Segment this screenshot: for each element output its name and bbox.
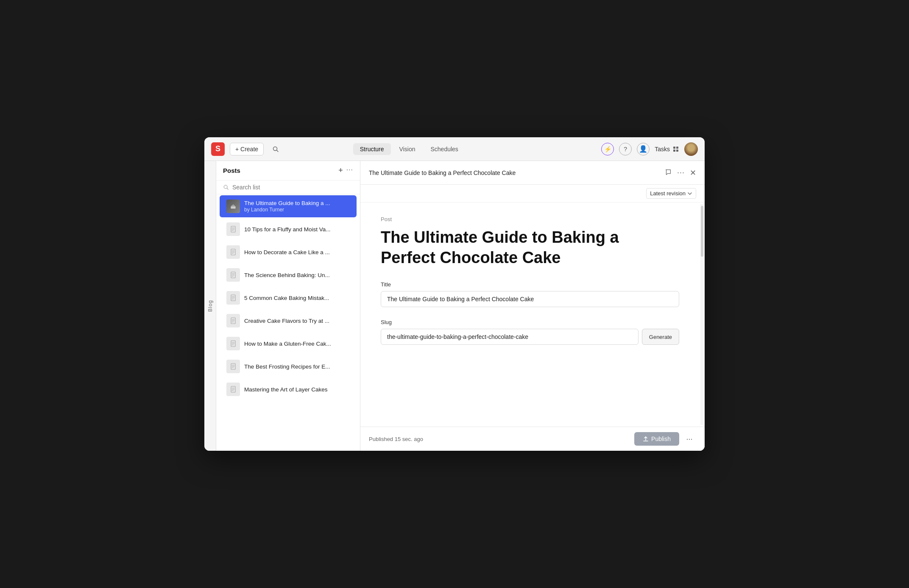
item-content: The Ultimate Guide to Baking a ... by La…	[244, 200, 350, 213]
main-area: Blog Posts + ···	[204, 161, 705, 451]
search-icon	[272, 146, 279, 153]
person-icon-button[interactable]: 👤	[637, 143, 650, 155]
sidebar-label-text: Blog	[207, 300, 213, 312]
item-content: Creative Cake Flavors to Try at ...	[244, 318, 350, 324]
slug-field-input[interactable]	[381, 329, 639, 345]
item-title: The Best Frosting Recipes for E...	[244, 363, 350, 370]
slug-field-label: Slug	[381, 319, 679, 325]
detail-header-actions: ··· ✕	[664, 168, 696, 178]
add-item-button[interactable]: +	[338, 166, 343, 175]
item-doc-icon	[226, 383, 240, 396]
slug-row: Generate	[381, 329, 679, 345]
list-item[interactable]: The Ultimate Guide to Baking a ... by La…	[220, 195, 357, 217]
item-doc-icon	[226, 291, 240, 305]
document-icon	[230, 226, 237, 233]
title-field-input[interactable]	[381, 291, 679, 307]
detail-scroll-area: Post The Ultimate Guide to Baking a Perf…	[360, 202, 705, 427]
chevron-down-icon	[687, 191, 692, 196]
cake-icon	[230, 203, 237, 210]
item-doc-icon	[226, 314, 240, 327]
more-options-button[interactable]: ···	[346, 166, 353, 175]
nav-tabs: Structure Vision Schedules	[353, 143, 465, 155]
app-logo: S	[211, 142, 225, 156]
item-doc-icon	[226, 245, 240, 259]
item-content: The Best Frosting Recipes for E...	[244, 363, 350, 370]
list-item[interactable]: Mastering the Art of Layer Cakes	[220, 378, 357, 400]
item-content: 5 Common Cake Baking Mistak...	[244, 295, 350, 301]
tasks-panel-icon	[672, 146, 679, 153]
list-item[interactable]: Creative Cake Flavors to Try at ...	[220, 310, 357, 332]
slug-field-section: Slug Generate	[381, 319, 679, 345]
svg-rect-2	[673, 147, 675, 149]
help-icon-button[interactable]: ?	[619, 143, 632, 155]
scrollbar-thumb	[701, 206, 703, 257]
item-content: The Science Behind Baking: Un...	[244, 272, 350, 278]
publish-button[interactable]: Publish	[634, 432, 679, 446]
list-item[interactable]: How to Make a Gluten-Free Cak...	[220, 333, 357, 355]
item-doc-icon	[226, 268, 240, 282]
tasks-label: Tasks	[655, 146, 670, 153]
list-header-actions: + ···	[338, 166, 353, 175]
search-input[interactable]	[232, 184, 353, 191]
svg-rect-5	[676, 150, 678, 152]
publish-btn-label: Publish	[651, 435, 671, 442]
post-type-label: Post	[381, 216, 679, 222]
list-item[interactable]: The Best Frosting Recipes for E...	[220, 355, 357, 377]
list-item[interactable]: 5 Common Cake Baking Mistak...	[220, 287, 357, 309]
document-icon	[230, 386, 237, 393]
revision-selector[interactable]: Latest revision	[646, 188, 696, 199]
svg-rect-8	[231, 206, 235, 209]
comment-button[interactable]	[664, 168, 672, 178]
list-header: Posts + ···	[216, 161, 360, 180]
create-label: + Create	[235, 146, 258, 153]
svg-rect-4	[673, 150, 675, 152]
tasks-button[interactable]: Tasks	[655, 146, 679, 153]
titlebar: S + Create Structure Vision Schedules ⚡ …	[204, 137, 705, 161]
list-item[interactable]: How to Decorate a Cake Like a ...	[220, 241, 357, 263]
svg-rect-3	[676, 147, 678, 149]
item-title: Creative Cake Flavors to Try at ...	[244, 318, 350, 324]
publish-icon	[643, 436, 649, 442]
footer-more-button[interactable]: ···	[683, 432, 696, 446]
search-bar	[216, 180, 360, 194]
titlebar-right: ⚡ ? 👤 Tasks	[601, 142, 698, 156]
search-icon-button[interactable]	[269, 142, 282, 156]
document-icon	[230, 340, 237, 347]
detail-header: The Ultimate Guide to Baking a Perfect C…	[360, 161, 705, 185]
title-field-label: Title	[381, 281, 679, 288]
document-icon	[230, 249, 237, 255]
list-panel: Posts + ···	[216, 161, 360, 451]
tab-schedules[interactable]: Schedules	[424, 143, 465, 155]
detail-more-button[interactable]: ···	[677, 168, 685, 177]
item-title: The Ultimate Guide to Baking a ...	[244, 200, 350, 206]
detail-close-button[interactable]: ✕	[690, 168, 696, 178]
item-title: 10 Tips for a Fluffy and Moist Va...	[244, 226, 350, 233]
item-content: How to Decorate a Cake Like a ...	[244, 249, 350, 255]
tab-vision[interactable]: Vision	[393, 143, 422, 155]
create-button[interactable]: + Create	[230, 143, 264, 155]
scrollbar-track[interactable]	[700, 204, 704, 425]
item-title: Mastering the Art of Layer Cakes	[244, 386, 350, 393]
generate-button[interactable]: Generate	[642, 329, 679, 345]
detail-footer: Published 15 sec. ago Publish ···	[360, 427, 705, 451]
list-item[interactable]: 10 Tips for a Fluffy and Moist Va...	[220, 218, 357, 240]
post-main-title: The Ultimate Guide to Baking a Perfect C…	[381, 227, 679, 268]
document-icon	[230, 272, 237, 278]
item-doc-icon	[226, 222, 240, 236]
published-status: Published 15 sec. ago	[369, 436, 634, 442]
comment-icon	[664, 168, 672, 176]
tab-structure[interactable]: Structure	[353, 143, 391, 155]
detail-content: Post The Ultimate Guide to Baking a Perf…	[360, 202, 700, 427]
svg-rect-9	[231, 205, 235, 207]
item-content: 10 Tips for a Fluffy and Moist Va...	[244, 226, 350, 233]
flash-icon-button[interactable]: ⚡	[601, 143, 614, 155]
user-avatar[interactable]	[684, 142, 698, 156]
revision-label: Latest revision	[650, 190, 686, 197]
sidebar-label: Blog	[204, 161, 216, 451]
item-doc-icon	[226, 337, 240, 350]
svg-line-1	[277, 150, 279, 152]
detail-panel-title: The Ultimate Guide to Baking a Perfect C…	[369, 169, 664, 176]
item-subtitle: by Landon Turner	[244, 207, 350, 213]
list-item[interactable]: The Science Behind Baking: Un...	[220, 264, 357, 286]
list-items: The Ultimate Guide to Baking a ... by La…	[216, 194, 360, 451]
